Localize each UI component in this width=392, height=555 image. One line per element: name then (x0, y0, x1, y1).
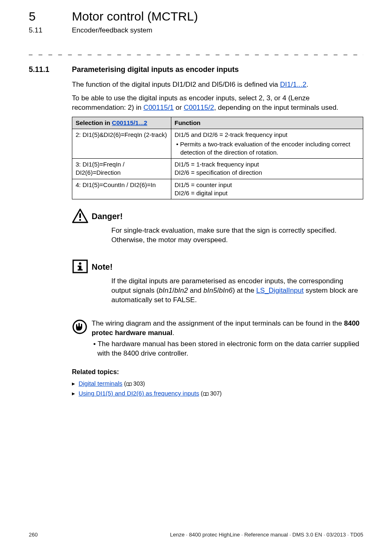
svg-rect-7 (78, 269, 83, 271)
table-row: 3: DI1(5)=FreqIn / DI2(6)=Direction DI1/… (72, 159, 363, 179)
footer-info: Lenze · 8400 protec HighLine · Reference… (170, 531, 363, 539)
svg-point-4 (79, 262, 81, 265)
callout-content: Note! If the digital inputs are paramete… (92, 259, 363, 305)
signal-bin5: bIn5 (203, 287, 217, 294)
related-topics: Related topics: ▸ Digital terminals ( 30… (72, 368, 363, 398)
link-c00115-1[interactable]: C00115/1 (143, 104, 174, 111)
page-ref: ( 307) (201, 390, 222, 397)
bullet: • Permits a two-track evaluation of the … (175, 140, 360, 157)
arrow-right-icon: ▸ (72, 379, 77, 388)
function-table: Selection in C00115/1...2 Function 2: DI… (72, 117, 363, 199)
warning-triangle-icon (72, 208, 92, 223)
signal-bin6: bIn6 (219, 287, 233, 294)
link-di1[interactable]: DI1/1...2 (280, 81, 307, 88)
divider: _ _ _ _ _ _ _ _ _ _ _ _ _ _ _ _ _ _ _ _ … (29, 47, 363, 56)
signal-bin2: bIn2 (174, 287, 188, 294)
arrow-right-icon: ▸ (72, 389, 77, 398)
col-function: Function (171, 117, 363, 129)
page-number: 303 (134, 380, 143, 387)
table-row: 2: DI1(5)&DI2(6)=FreqIn (2-track) DI1/5 … (72, 129, 363, 159)
intro-paragraph-2: To be able to use the digital inputs as … (72, 94, 363, 113)
page-number: 307 (210, 390, 219, 397)
link-c00115-2[interactable]: C00115/2 (184, 104, 214, 111)
page-footer: 260 Lenze · 8400 protec HighLine · Refer… (29, 531, 363, 539)
intro-paragraph-1: The function of the digital inputs DI1/D… (72, 80, 363, 90)
table-header-row: Selection in C00115/1...2 Function (72, 117, 363, 129)
cell-selection: 4: DI1(5)=CountIn / DI2(6)=In (72, 179, 171, 199)
text: . (173, 329, 175, 337)
text: ) at the (233, 287, 256, 294)
text: DI1/5 = counter input (175, 181, 360, 189)
page-ref: ( 303) (124, 380, 145, 387)
svg-rect-2 (79, 219, 81, 221)
text: . (307, 81, 309, 88)
chapter-header: 5 Motor control (MCTRL) (29, 8, 363, 25)
signal-bin1: bIn1 (159, 287, 172, 294)
callout-content: Danger! For single-track evaluation, mak… (92, 208, 363, 245)
subsection-number: 5.11 (29, 26, 72, 35)
text: The hardware manual has been stored in e… (97, 340, 359, 357)
tip-callout: The wiring diagram and the assignment of… (72, 319, 363, 358)
tip-text: The wiring diagram and the assignment of… (92, 319, 363, 358)
book-icon (203, 392, 209, 396)
svg-rect-1 (79, 213, 81, 218)
cell-selection: 2: DI1(5)&DI2(6)=FreqIn (2-track) (72, 129, 171, 159)
page-number: 260 (29, 531, 38, 539)
table-row: 4: DI1(5)=CountIn / DI2(6)=In DI1/5 = co… (72, 179, 363, 199)
info-box-icon (72, 259, 92, 274)
text: The wiring diagram and the assignment of… (92, 319, 344, 327)
section-title: Parameterising digital inputs as encoder… (72, 65, 239, 74)
danger-title: Danger! (92, 211, 363, 222)
danger-callout: Danger! For single-track evaluation, mak… (72, 208, 363, 245)
body: The function of the digital inputs DI1/D… (72, 80, 363, 358)
text: and (188, 287, 203, 294)
hand-point-icon (72, 319, 92, 335)
cell-function: DI1/5 = 1-track frequency input DI2/6 = … (171, 159, 363, 179)
link-freq-inputs[interactable]: Using DI1(5) and DI2(6) as frequency inp… (78, 390, 199, 397)
text: , depending on the input terminals used. (214, 104, 338, 111)
text: or (174, 104, 184, 111)
text: The function of the digital inputs DI1/D… (72, 81, 280, 88)
related-item: ▸ Digital terminals ( 303) (72, 379, 363, 388)
tip-bullet: • The hardware manual has been stored in… (92, 340, 363, 358)
chapter-title: Motor control (MCTRL) (72, 8, 198, 25)
text: DI2/6 = specification of direction (175, 169, 360, 177)
text: DI2/6 = digital input (175, 189, 360, 197)
link-digital-terminals[interactable]: Digital terminals (78, 380, 122, 387)
cell-function: DI1/5 and DI2/6 = 2-track frequency inpu… (171, 129, 363, 159)
svg-rect-6 (78, 266, 80, 267)
danger-text: For single-track evaluation, make sure t… (111, 226, 363, 245)
link-c00115-12[interactable]: C00115/1...2 (112, 119, 147, 126)
section-heading: 5.11.1 Parameterising digital inputs as … (29, 65, 363, 74)
col-selection: Selection in C00115/1...2 (72, 117, 171, 129)
related-item: ▸ Using DI1(5) and DI2(6) as frequency i… (72, 389, 363, 398)
page: 5 Motor control (MCTRL) 5.11 Encoder/fee… (0, 0, 392, 555)
book-icon (126, 382, 132, 386)
section-number: 5.11.1 (29, 65, 72, 74)
text: DI1/5 = 1-track frequency input (175, 160, 360, 169)
cell-selection: 3: DI1(5)=FreqIn / DI2(6)=Direction (72, 159, 171, 179)
text: Selection in (76, 119, 112, 126)
note-title: Note! (92, 261, 363, 273)
text: DI1/5 and DI2/6 = 2-track frequency inpu… (175, 131, 360, 139)
callout-content: The wiring diagram and the assignment of… (92, 319, 363, 358)
note-text: If the digital inputs are parameterised … (111, 277, 363, 305)
note-callout: Note! If the digital inputs are paramete… (72, 259, 363, 305)
link-ls-digitalinput[interactable]: LS_DigitalInput (256, 287, 304, 294)
cell-function: DI1/5 = counter input DI2/6 = digital in… (171, 179, 363, 199)
chapter-number: 5 (29, 8, 72, 25)
subsection-title: Encoder/feedback system (72, 26, 152, 35)
subsection-header: 5.11 Encoder/feedback system (29, 26, 363, 35)
related-title: Related topics: (72, 368, 363, 377)
